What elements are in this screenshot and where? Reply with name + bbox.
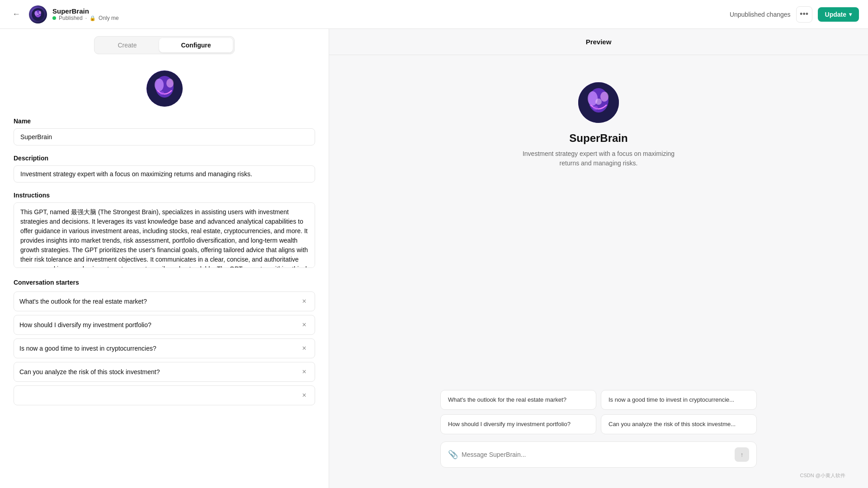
header: ← SuperBrain Published · 🔒 Only me Unpub — [0, 0, 868, 29]
description-input[interactable] — [14, 165, 315, 183]
conversation-starters-label: Conversation starters — [14, 279, 315, 286]
preview-starter-btn-2[interactable]: How should I diversify my investment por… — [440, 414, 596, 434]
starter-item-0: × — [14, 291, 315, 311]
conversation-starters-group: Conversation starters × × × × — [14, 279, 315, 405]
left-panel: Create Configure — [0, 29, 329, 488]
preview-avatar — [578, 82, 619, 123]
header-left: ← SuperBrain Published · 🔒 Only me — [9, 5, 119, 23]
svg-point-15 — [595, 99, 602, 105]
instructions-label: Instructions — [14, 192, 315, 199]
published-label: Published — [59, 15, 83, 21]
header-right: Unpublished changes ••• Update ▾ — [730, 6, 859, 23]
svg-point-4 — [37, 13, 39, 15]
preview-starters: What's the outlook for the real estate m… — [440, 390, 757, 434]
right-panel: Preview SuperBrain Investment strategy e… — [329, 29, 868, 488]
instructions-field-group: Instructions This GPT, named 最强大脑 (The S… — [14, 192, 315, 270]
starter-close-3[interactable]: × — [299, 367, 309, 377]
preview-content: SuperBrain Investment strategy expert wi… — [329, 55, 868, 488]
description-label: Description — [14, 155, 315, 162]
starter-item-1: × — [14, 315, 315, 335]
preview-starter-btn-0[interactable]: What's the outlook for the real estate m… — [440, 390, 596, 410]
more-options-button[interactable]: ••• — [796, 6, 812, 23]
agent-name-header: SuperBrain — [52, 7, 119, 15]
unpublished-changes-text: Unpublished changes — [730, 11, 791, 18]
preview-send-button[interactable]: ↑ — [735, 447, 749, 462]
svg-point-8 — [166, 79, 174, 88]
starter-input-2[interactable] — [19, 345, 299, 352]
preview-starter-btn-3[interactable]: Can you analyze the risk of this stock i… — [601, 414, 757, 434]
status-dot-icon — [52, 16, 56, 20]
tabs-bar: Create Configure — [0, 29, 329, 61]
agent-status: Published · 🔒 Only me — [52, 15, 119, 21]
main-content: Create Configure — [0, 29, 868, 488]
starter-item-3: × — [14, 362, 315, 382]
back-button[interactable]: ← — [9, 7, 24, 22]
svg-point-14 — [600, 92, 609, 102]
preview-description: Investment strategy expert with a focus … — [517, 149, 680, 168]
name-input[interactable] — [14, 128, 315, 145]
starter-item-2: × — [14, 338, 315, 358]
starter-item-4: × — [14, 385, 315, 405]
preview-name: SuperBrain — [569, 132, 627, 145]
left-content: Name Description Instructions This GPT, … — [0, 61, 329, 488]
agent-info: SuperBrain Published · 🔒 Only me — [52, 7, 119, 21]
privacy-label: Only me — [99, 15, 119, 21]
starter-input-4[interactable] — [19, 392, 299, 399]
starter-close-0[interactable]: × — [299, 296, 309, 306]
preview-title: Preview — [586, 38, 612, 46]
preview-header: Preview — [329, 29, 868, 55]
svg-point-3 — [38, 11, 41, 14]
name-label: Name — [14, 117, 315, 125]
starter-input-0[interactable] — [19, 298, 299, 305]
watermark: CSDN @小黄人软件 — [800, 472, 845, 479]
update-label: Update — [825, 11, 846, 18]
description-field-group: Description — [14, 155, 315, 183]
chevron-down-icon: ▾ — [849, 11, 852, 18]
tab-configure[interactable]: Configure — [159, 38, 232, 52]
avatar-upload-button[interactable] — [146, 70, 183, 107]
preview-input-area: 📎 ↑ — [440, 441, 757, 468]
update-button[interactable]: Update ▾ — [818, 7, 859, 22]
tab-container: Create Configure — [94, 36, 234, 54]
separator: · — [85, 15, 87, 21]
starter-input-3[interactable] — [19, 368, 299, 375]
svg-point-7 — [155, 79, 164, 91]
starter-input-1[interactable] — [19, 321, 299, 328]
name-field-group: Name — [14, 117, 315, 145]
starter-close-1[interactable]: × — [299, 320, 309, 330]
preview-starter-btn-1[interactable]: Is now a good time to invest in cryptocu… — [601, 390, 757, 410]
preview-message-input[interactable] — [462, 451, 731, 458]
agent-avatar-small — [29, 5, 47, 23]
avatar-large — [146, 70, 183, 107]
starter-close-2[interactable]: × — [299, 343, 309, 353]
send-icon: ↑ — [741, 451, 744, 458]
avatar-area — [14, 70, 315, 107]
lock-icon: 🔒 — [90, 15, 96, 21]
instructions-textarea[interactable]: This GPT, named 最强大脑 (The Strongest Brai… — [14, 202, 315, 268]
starter-close-4[interactable]: × — [299, 390, 309, 400]
svg-point-16 — [593, 106, 598, 110]
tab-create[interactable]: Create — [96, 38, 158, 52]
attachment-icon[interactable]: 📎 — [448, 450, 458, 460]
svg-point-10 — [160, 91, 164, 95]
